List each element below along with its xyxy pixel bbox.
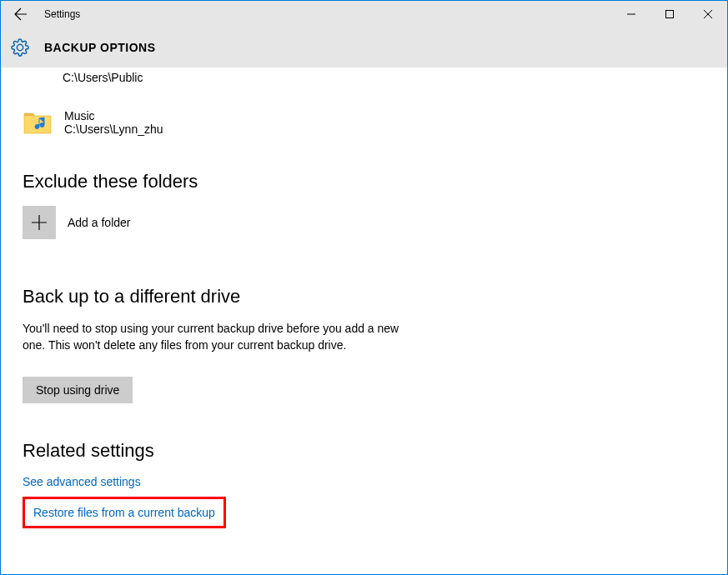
back-arrow-icon bbox=[14, 8, 28, 21]
stop-using-drive-button[interactable]: Stop using drive bbox=[23, 377, 133, 403]
window-title: Settings bbox=[44, 8, 80, 20]
gear-icon bbox=[11, 38, 29, 57]
music-folder-icon bbox=[23, 108, 53, 138]
minimize-icon bbox=[627, 10, 635, 18]
different-drive-body: You'll need to stop using your current b… bbox=[23, 321, 406, 353]
window-controls bbox=[612, 1, 727, 28]
content-area: C:\Users\Public Music C:\Users\Lynn_zhu … bbox=[1, 68, 727, 575]
plus-icon-box bbox=[23, 206, 56, 239]
exclude-heading: Exclude these folders bbox=[23, 171, 705, 192]
folder-path: C:\Users\Lynn_zhu bbox=[64, 122, 163, 136]
back-button[interactable] bbox=[1, 1, 41, 28]
plus-icon bbox=[32, 215, 47, 230]
close-button[interactable] bbox=[689, 1, 727, 28]
folder-item-music[interactable]: Music C:\Users\Lynn_zhu bbox=[23, 104, 705, 141]
titlebar: Settings bbox=[1, 1, 727, 28]
folder-text: Music C:\Users\Lynn_zhu bbox=[64, 109, 163, 136]
maximize-button[interactable] bbox=[650, 1, 689, 28]
related-settings-heading: Related settings bbox=[23, 440, 705, 462]
different-drive-heading: Back up to a different drive bbox=[23, 286, 705, 308]
folder-path-partial[interactable]: C:\Users\Public bbox=[63, 71, 705, 84]
folder-name: Music bbox=[64, 109, 163, 122]
restore-files-link[interactable]: Restore files from a current backup bbox=[33, 506, 215, 519]
header-bar: BACKUP OPTIONS bbox=[1, 28, 727, 68]
svg-rect-0 bbox=[666, 11, 674, 18]
add-folder-label: Add a folder bbox=[68, 216, 131, 229]
add-folder-button[interactable]: Add a folder bbox=[23, 206, 705, 239]
highlight-annotation: Restore files from a current backup bbox=[23, 497, 226, 528]
close-icon bbox=[704, 10, 712, 18]
see-advanced-settings-link[interactable]: See advanced settings bbox=[23, 475, 705, 488]
page-title: BACKUP OPTIONS bbox=[44, 41, 156, 54]
minimize-button[interactable] bbox=[612, 1, 650, 28]
maximize-icon bbox=[665, 10, 674, 18]
